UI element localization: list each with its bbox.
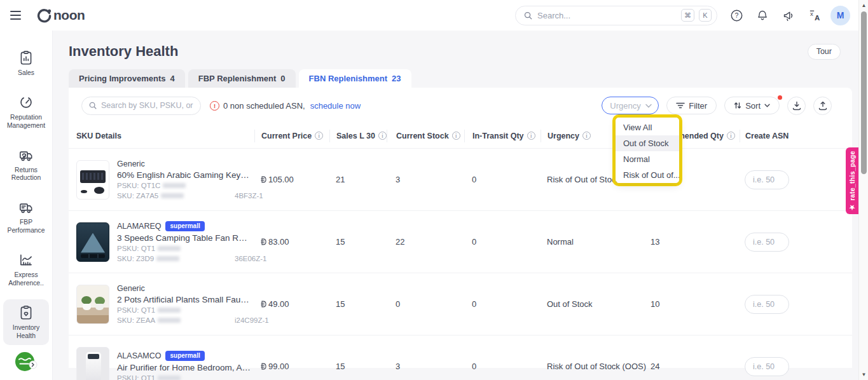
filter-button[interactable]: Filter [666,97,717,114]
line-chart-icon [18,252,34,268]
product-title[interactable]: Air Purifier for Home Bedroom, Air Filt.… [117,363,252,372]
sku-text: SKU: ZA7A5 [117,192,158,200]
truck-return-icon [18,147,34,163]
product-thumbnail[interactable] [76,347,109,380]
sku-text: SKU: ZEAA [117,316,155,324]
tab-pricing-improvements[interactable]: Pricing Improvements4 [69,69,185,88]
urgency-dropdown-menu: View All Out of Stock Normal Risk of Out… [616,118,679,183]
menu-icon[interactable] [10,7,27,24]
table-search[interactable] [81,97,201,115]
translate-icon[interactable]: xA [804,5,825,25]
scroll-up-arrow[interactable]: ▲ [859,3,868,8]
dirham-currency-icon [261,301,266,308]
download-icon[interactable] [787,97,806,115]
announcements-megaphone-icon[interactable] [778,5,799,25]
sidebar-item-inventory-health[interactable]: Inventory Health [3,299,49,346]
sort-button[interactable]: Sort [724,97,780,114]
sidebar-item-label: Inventory Health [4,324,48,341]
sales-l30-cell: 15 [329,362,387,371]
recommended-qty-cell: 13 [644,237,740,247]
sidebar-item-reputation-management[interactable]: Reputation Management [3,89,49,135]
country-selector[interactable] [13,351,39,372]
search-icon [523,11,533,20]
upload-icon[interactable] [813,97,832,115]
create-asn-input[interactable] [745,170,789,189]
current-stock-cell: 0 [387,299,464,309]
main-content: Inventory Health Tour Pricing Improvemen… [53,31,868,380]
svg-text:A: A [815,13,820,21]
svg-text:?: ? [734,11,738,19]
chevron-down-icon [764,104,770,107]
alert-icon: ! [210,101,219,111]
sidebar-item-fbp-performance[interactable]: FBP Performance [3,194,49,240]
brand-name[interactable]: Generic [117,284,145,293]
supermall-badge: supermall [165,221,204,231]
column-current-stock: Current Stocki [387,130,464,142]
product-thumbnail[interactable] [76,222,109,262]
current-stock-cell: 3 [387,175,464,184]
psku-text: PSKU: QT1C [117,182,160,189]
info-icon[interactable]: i [315,132,323,140]
product-title[interactable]: 60% English Arabic Gaming Keyboard ... [117,170,252,180]
help-icon[interactable]: ? [726,5,747,25]
rate-this-page-tab[interactable]: ★rate_this_page [846,147,858,214]
highlight-annotation-box: View All Out of Stock Normal Risk of Out… [612,114,682,186]
product-title[interactable]: 2 Pots Artificial Plants Small Faux Plan… [117,295,252,304]
user-avatar[interactable]: M [830,6,850,25]
info-icon[interactable]: i [727,132,735,140]
table-row: Generic 2 Pots Artificial Plants Small F… [69,273,852,336]
brand-name[interactable]: Generic [117,159,145,168]
sidebar: Sales Reputation Management Returns Redu… [0,31,53,380]
notifications-bell-icon[interactable] [752,5,773,25]
noon-logo[interactable]: noon [36,7,85,24]
scrollbar-thumb[interactable] [861,11,867,174]
table-row: Generic 60% English Arabic Gaming Keyboa… [69,149,852,211]
current-price-cell: 105.00 [254,175,329,184]
current-price-cell: 99.00 [254,362,329,371]
scrollbar[interactable]: ▲ ▼ [858,0,868,380]
replenishment-panel: ! 0 non scheduled ASN, schedule now Urge… [69,88,852,368]
filter-icon [676,102,685,109]
sku-text: SKU: Z3D9 [117,255,154,262]
dirham-currency-icon [261,176,266,183]
brand-name[interactable]: ALASAMCO [117,351,161,360]
product-thumbnail[interactable] [76,160,109,200]
sidebar-item-sales[interactable]: Sales [3,44,49,83]
global-search[interactable]: ⌘ K [515,6,717,25]
urgency-dropdown-option[interactable]: Normal [616,151,679,167]
product-title[interactable]: 3 Speeds Camping Table Fan Recharg... [117,233,252,243]
current-stock-cell: 3 [387,362,464,371]
tour-button[interactable]: Tour [808,44,841,60]
info-icon[interactable]: i [527,132,535,140]
brand-name[interactable]: ALAMAREQ [117,222,161,231]
sidebar-item-returns-reduction[interactable]: Returns Reduction [3,142,49,188]
urgency-dropdown-option[interactable]: Out of Stock [616,135,679,151]
global-search-input[interactable] [537,11,677,20]
create-asn-input[interactable] [745,233,789,252]
create-asn-input[interactable] [745,357,789,376]
scroll-down-arrow[interactable]: ▼ [859,372,868,377]
in-transit-qty-cell: 0 [464,175,541,184]
sidebar-item-label: Reputation Management [4,114,48,130]
schedule-now-link[interactable]: schedule now [310,101,361,111]
urgency-select[interactable]: Urgency [602,97,659,114]
info-icon[interactable]: i [452,132,460,140]
table-search-input[interactable] [101,101,194,110]
urgency-dropdown-option[interactable]: Risk of Out of... [616,167,679,183]
product-thumbnail[interactable] [76,285,109,324]
psku-text: PSKU: QT1 [117,245,155,252]
info-icon[interactable]: i [582,132,591,140]
tab-fbn-replenishment[interactable]: FBN Replenishment23 [299,69,411,88]
info-icon[interactable]: i [378,132,387,140]
tab-count: 4 [170,74,175,83]
urgency-dropdown-option[interactable]: View All [616,119,679,135]
current-price-cell: 49.00 [254,299,329,309]
search-icon [88,101,97,110]
in-transit-qty-cell: 0 [464,237,541,247]
sidebar-item-label: Express Adherence.. [4,271,48,288]
sidebar-item-express-adherence[interactable]: Express Adherence.. [3,247,49,293]
current-stock-cell: 22 [387,237,464,247]
tab-fbp-replenishment[interactable]: FBP Replenishment0 [188,69,296,88]
top-bar: noon ⌘ K ? xA M [0,0,868,31]
create-asn-input[interactable] [745,295,789,314]
